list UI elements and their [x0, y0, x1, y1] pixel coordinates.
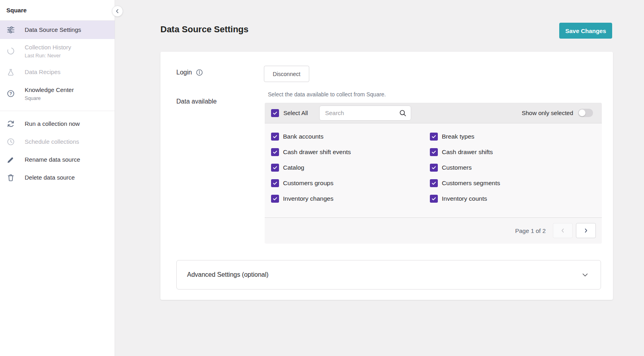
sliders-icon — [6, 25, 15, 34]
collapse-sidebar-button[interactable] — [112, 6, 123, 17]
sidebar-item-collection-history[interactable]: Collection History Last Run: Never — [0, 39, 115, 63]
search-input[interactable] — [319, 106, 411, 121]
list-item: Customers groups — [271, 179, 430, 187]
list-row: Bank accounts Break types — [271, 129, 602, 144]
item-checkbox[interactable] — [271, 164, 279, 172]
trash-icon — [6, 173, 15, 182]
selector-list: Bank accounts Break types Cash drawer sh… — [265, 123, 602, 217]
advanced-settings-toggle[interactable]: Advanced Settings (optional) — [176, 260, 601, 289]
sidebar-item-knowledge-center[interactable]: ? Knowledge Center Square — [0, 82, 115, 106]
next-page-button[interactable] — [576, 223, 596, 238]
list-item: Catalog — [271, 164, 430, 172]
item-checkbox[interactable] — [430, 179, 438, 187]
list-row: Customers groups Customers segments — [271, 175, 602, 191]
page-title: Data Source Settings — [160, 24, 248, 35]
data-selector-panel: Select All Show only selected — [265, 103, 602, 244]
datasource-name-title: Square — [0, 0, 115, 21]
item-checkbox[interactable] — [271, 195, 279, 203]
data-available-label: Data available — [176, 98, 217, 105]
flask-icon — [6, 68, 15, 77]
data-available-hint: Select the data available to collect fro… — [268, 91, 386, 98]
knowledge-center-source: Square — [25, 96, 74, 101]
sidebar-item-label: Collection History — [25, 44, 71, 51]
disconnect-button[interactable]: Disconnect — [264, 66, 309, 82]
clock-icon — [6, 137, 15, 146]
sidebar-actions: Run a collection now Schedule collection… — [0, 111, 115, 187]
item-checkbox[interactable] — [430, 164, 438, 172]
chevron-down-icon — [581, 270, 589, 279]
toggle-knob — [579, 110, 585, 116]
chevron-right-icon — [582, 227, 589, 234]
advanced-settings-label: Advanced Settings (optional) — [187, 271, 269, 278]
pencil-icon — [6, 155, 15, 164]
list-row: Catalog Customers — [271, 160, 602, 175]
delete-datasource-button[interactable]: Delete data source — [0, 169, 115, 187]
save-changes-button[interactable]: Save Changes — [559, 23, 612, 39]
list-item: Inventory counts — [430, 195, 589, 203]
refresh-icon — [6, 119, 15, 128]
item-checkbox[interactable] — [271, 148, 279, 156]
selector-header: Select All Show only selected — [265, 103, 602, 123]
search-icon — [399, 109, 407, 117]
login-row-label: Login — [176, 68, 203, 76]
pagination-bar: Page 1 of 2 — [265, 217, 602, 243]
sidebar-item-label: Knowledge Center — [25, 86, 74, 94]
sidebar: Square Data Source Settings Collection H… — [0, 0, 115, 356]
item-checkbox[interactable] — [430, 133, 438, 141]
list-item: Inventory changes — [271, 195, 430, 203]
main-content: Data Source Settings Save Changes Login … — [115, 0, 644, 356]
search-field-wrap — [319, 106, 411, 121]
schedule-collections-button[interactable]: Schedule collections — [0, 133, 115, 151]
previous-page-button[interactable] — [553, 223, 573, 238]
settings-card: Login Disconnect Select the data availab… — [160, 52, 613, 300]
action-label: Schedule collections — [25, 138, 79, 146]
select-all-label: Select All — [283, 110, 308, 116]
question-circle-icon: ? — [6, 89, 15, 98]
spinner-circle-icon — [6, 47, 15, 55]
item-checkbox[interactable] — [271, 179, 279, 187]
chevron-left-icon — [559, 227, 566, 234]
list-item: Break types — [430, 133, 589, 141]
sidebar-item-label: Data Recipes — [25, 68, 60, 76]
item-checkbox[interactable] — [430, 148, 438, 156]
list-item: Customers segments — [430, 179, 589, 187]
sidebar-item-data-recipes[interactable]: Data Recipes — [0, 63, 115, 82]
show-only-selected-toggle[interactable] — [578, 109, 593, 117]
action-label: Delete data source — [25, 174, 75, 182]
page-indicator: Page 1 of 2 — [515, 227, 546, 234]
last-run-status: Last Run: Never — [25, 53, 71, 59]
action-label: Rename data source — [25, 156, 80, 164]
action-label: Run a collection now — [25, 120, 80, 128]
app-window: Square Data Source Settings Collection H… — [0, 0, 644, 356]
login-label: Login — [176, 69, 192, 76]
list-item: Bank accounts — [271, 133, 430, 141]
list-row: Cash drawer shift events Cash drawer shi… — [271, 144, 602, 160]
sidebar-item-data-source-settings[interactable]: Data Source Settings — [0, 21, 115, 39]
item-checkbox[interactable] — [271, 133, 279, 141]
list-row: Inventory changes Inventory counts — [271, 191, 602, 206]
info-icon[interactable] — [195, 68, 203, 76]
rename-datasource-button[interactable]: Rename data source — [0, 151, 115, 169]
list-item: Cash drawer shifts — [430, 148, 589, 156]
list-item: Cash drawer shift events — [271, 148, 430, 156]
svg-text:?: ? — [10, 91, 12, 96]
sidebar-item-label: Data Source Settings — [25, 26, 81, 34]
show-only-selected-label: Show only selected — [522, 110, 573, 116]
chevron-left-icon — [114, 8, 121, 15]
run-collection-button[interactable]: Run a collection now — [0, 115, 115, 133]
list-item: Customers — [430, 164, 589, 172]
item-checkbox[interactable] — [430, 195, 438, 203]
select-all-checkbox[interactable] — [271, 109, 279, 117]
